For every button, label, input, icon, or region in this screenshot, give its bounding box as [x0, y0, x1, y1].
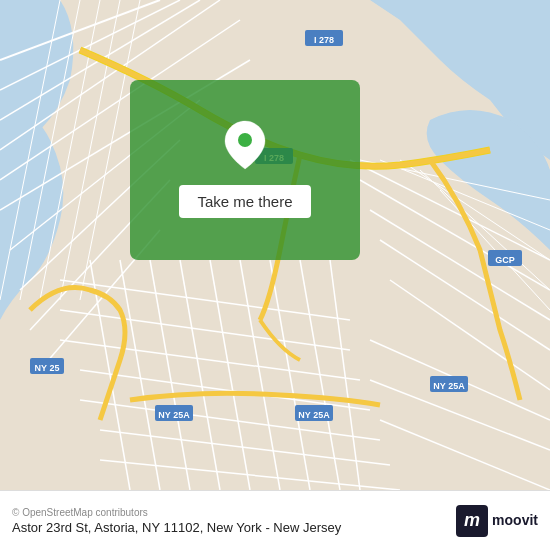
- svg-text:NY 25A: NY 25A: [158, 410, 190, 420]
- info-bar: © OpenStreetMap contributors Astor 23rd …: [0, 490, 550, 550]
- svg-text:NY 25: NY 25: [35, 363, 60, 373]
- moovit-icon: m: [456, 505, 488, 537]
- svg-point-59: [238, 133, 252, 147]
- take-me-there-button[interactable]: Take me there: [179, 185, 310, 218]
- info-left: © OpenStreetMap contributors Astor 23rd …: [12, 507, 341, 535]
- location-overlay: Take me there: [130, 80, 360, 260]
- svg-text:NY 25A: NY 25A: [298, 410, 330, 420]
- location-pin: [223, 123, 267, 167]
- moovit-m-letter: m: [464, 510, 480, 531]
- moovit-label: moovit: [492, 513, 538, 528]
- svg-text:NY 25A: NY 25A: [433, 381, 465, 391]
- svg-text:GCP: GCP: [495, 255, 515, 265]
- address-text: Astor 23rd St, Astoria, NY 11102, New Yo…: [12, 520, 341, 535]
- moovit-logo: m moovit: [456, 505, 538, 537]
- svg-text:I 278: I 278: [314, 35, 334, 45]
- copyright-text: © OpenStreetMap contributors: [12, 507, 341, 518]
- moovit-name: moovit: [492, 513, 538, 528]
- map-container: I 278 I 278 NY 25 NY 25A NY 25A NY 25A G…: [0, 0, 550, 490]
